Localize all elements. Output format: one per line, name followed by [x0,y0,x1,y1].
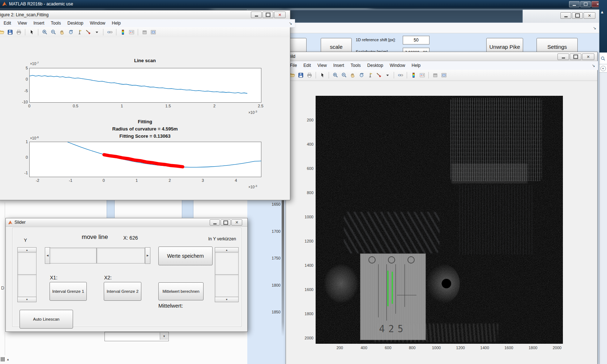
bild-image[interactable]: 425 [316,96,563,344]
legend-icon[interactable] [418,72,426,79]
expand-panel[interactable]: ▼ [599,64,607,73]
close-button[interactable]: ✕ [582,53,594,60]
menu-item-insert[interactable]: Insert [30,19,47,27]
dock-arrow-icon[interactable]: ↘ [592,63,598,68]
menu-item-desktop[interactable]: Desktop [364,61,386,69]
close-button[interactable]: ✕ [274,12,286,18]
menu-item-window[interactable]: Window [87,19,109,27]
plot2-subtitle-score: Fitting Score = 0.13063 [119,133,170,139]
slider-down-button[interactable]: ▼ [215,297,239,302]
rotate-icon[interactable] [67,29,74,36]
slider-track[interactable] [215,274,239,297]
menu-item-desktop[interactable]: Desktop [64,19,87,27]
menu-item-help[interactable]: Help [108,19,124,27]
hand-icon[interactable] [349,72,356,79]
reference-shift-input[interactable] [403,36,429,44]
y-slider-right[interactable]: ▲ ▼ [215,247,239,301]
background-combobox[interactable]: ▼ [104,332,169,341]
link-icon[interactable] [397,72,404,79]
brush-icon[interactable] [84,29,92,36]
linescan-marker-1[interactable] [388,271,388,306]
caret-icon[interactable] [384,72,391,79]
slider-track[interactable] [50,248,97,264]
menu-item-window[interactable]: Window [386,61,409,69]
brush-icon[interactable] [375,72,382,79]
colorbar-icon[interactable] [119,29,127,36]
tick-label: 4 [235,178,237,183]
slider-track[interactable] [215,252,239,275]
cursor-icon[interactable] [28,29,35,36]
restore-button[interactable] [580,1,591,7]
slider-track[interactable] [17,252,37,275]
minimize-button[interactable] [569,1,580,7]
y-slider-left[interactable]: ▲ ▼ [17,247,37,301]
slider-down-button[interactable]: ▼ [17,297,37,302]
figure2-window: Figure 2: Line_scan,Fitting ✕ EditViewIn… [0,10,290,200]
interval-limit1-button[interactable]: Interval Grenze 1 [50,282,87,301]
menu-item-help[interactable]: Help [409,61,424,69]
restore-button[interactable] [572,12,583,19]
legend-icon[interactable] [128,29,135,36]
menu-item-view[interactable]: View [14,19,30,27]
menu-item-insert[interactable]: Insert [330,61,347,69]
save-icon[interactable] [6,29,14,36]
hand-icon[interactable] [58,29,66,36]
folder-icon[interactable] [0,29,5,36]
dock-arrow-icon[interactable]: ↘ [593,26,599,30]
menu-item-tools[interactable]: Tools [347,61,364,69]
tick-label: 3 [202,178,204,183]
linescan-marker-2[interactable] [392,272,393,304]
restore-button[interactable] [570,53,581,60]
figure2-titlebar[interactable]: Figure 2: Line_scan,Fitting [0,10,290,20]
close-button[interactable]: ✕ [584,12,595,19]
minimize-button[interactable] [557,53,569,60]
tick-label: 1 [121,104,123,108]
slider-track[interactable] [17,274,37,297]
move-line-slider[interactable]: ◀ ▶ [45,247,150,264]
dock-arrow-icon[interactable]: ↘ [289,21,295,26]
chevron-down-icon[interactable]: ▼ [160,333,168,340]
tick-label: 1200 [305,239,313,243]
minimize-button[interactable] [251,12,262,18]
dockax-icon[interactable] [149,29,157,36]
search-panel[interactable] [599,52,607,65]
minimize-button[interactable] [210,219,220,226]
zoomout-icon[interactable] [50,29,57,36]
dockfig-icon[interactable] [431,72,439,79]
menu-item-edit[interactable]: Edit [0,19,14,27]
minimize-button[interactable] [560,12,571,19]
datacursor-icon[interactable] [76,29,83,36]
link-icon[interactable] [106,29,114,36]
rotate-icon[interactable] [358,72,365,79]
colorbar-icon[interactable] [410,72,417,79]
print-icon[interactable] [15,29,22,36]
datacursor-icon[interactable] [366,72,374,79]
close-button[interactable]: ✕ [231,219,242,226]
auto-linescan-button[interactable]: Auto Linescan [20,310,73,329]
caret-icon[interactable] [93,29,101,36]
side-axis-label: 1850 [272,310,281,314]
toolstrip-collapse-icon[interactable]: ▲ [600,10,604,14]
restore-button[interactable] [262,12,273,18]
tick-label: 800 [307,190,313,195]
dockfig-icon[interactable] [141,29,148,36]
menu-item-edit[interactable]: Edit [300,61,314,69]
save-values-button[interactable]: Werte speichern [158,247,213,265]
restore-button[interactable] [221,219,231,226]
slider-track[interactable] [97,248,145,264]
calculate-mean-button[interactable]: Mittelwert berechnen [158,282,204,300]
dockax-icon[interactable] [440,72,448,79]
interval-limit2-button[interactable]: Interval Grenze 2 [104,282,141,301]
zoomin-icon[interactable] [41,29,48,36]
grip-widget[interactable]: ▲ [1,356,14,362]
zoomin-icon[interactable] [332,72,339,79]
slider-right-button[interactable]: ▶ [145,247,150,264]
save-icon[interactable] [297,72,304,79]
zoomout-icon[interactable] [340,72,348,79]
bild-x-tick-labels: 200400600800100012001400160018002000 [316,346,563,351]
menu-item-view[interactable]: View [314,61,330,69]
cursor-icon[interactable] [319,72,326,79]
print-icon[interactable] [305,72,313,79]
bild-titlebar[interactable]: Bild [286,52,597,61]
menu-item-tools[interactable]: Tools [48,19,64,27]
